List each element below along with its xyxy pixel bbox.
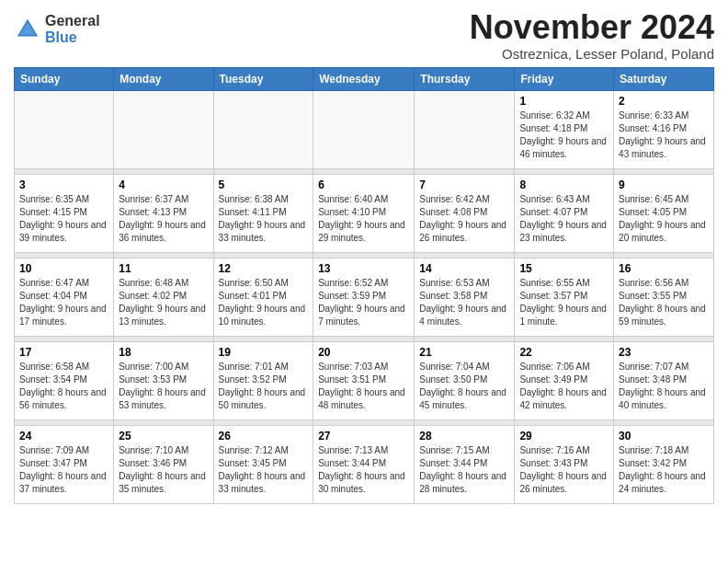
day-detail: Sunrise: 6:33 AM Sunset: 4:16 PM Dayligh…: [619, 109, 709, 161]
month-title: November 2024: [470, 9, 714, 46]
day-detail: Sunrise: 6:43 AM Sunset: 4:07 PM Dayligh…: [519, 193, 609, 245]
day-number: 23: [619, 346, 709, 359]
day-detail: Sunrise: 7:18 AM Sunset: 3:42 PM Dayligh…: [619, 444, 709, 496]
day-detail: Sunrise: 7:15 AM Sunset: 3:44 PM Dayligh…: [419, 444, 509, 496]
day-detail: Sunrise: 6:32 AM Sunset: 4:18 PM Dayligh…: [519, 109, 609, 161]
calendar-week: 24Sunrise: 7:09 AM Sunset: 3:47 PM Dayli…: [15, 425, 714, 503]
day-number: 9: [619, 178, 709, 191]
day-header: Saturday: [614, 67, 714, 90]
calendar-day: 10Sunrise: 6:47 AM Sunset: 4:04 PM Dayli…: [15, 258, 114, 336]
day-header: Tuesday: [213, 67, 313, 90]
calendar-day: 12Sunrise: 6:50 AM Sunset: 4:01 PM Dayli…: [213, 258, 313, 336]
day-number: 10: [19, 262, 108, 275]
day-detail: Sunrise: 6:58 AM Sunset: 3:54 PM Dayligh…: [19, 361, 108, 412]
day-detail: Sunrise: 6:38 AM Sunset: 4:11 PM Dayligh…: [219, 193, 309, 245]
day-detail: Sunrise: 7:03 AM Sunset: 3:51 PM Dayligh…: [318, 361, 409, 412]
calendar-day: 19Sunrise: 7:01 AM Sunset: 3:52 PM Dayli…: [213, 341, 313, 419]
day-detail: Sunrise: 7:09 AM Sunset: 3:47 PM Dayligh…: [19, 444, 108, 496]
calendar-day: 3Sunrise: 6:35 AM Sunset: 4:15 PM Daylig…: [15, 174, 114, 252]
calendar-week: 17Sunrise: 6:58 AM Sunset: 3:54 PM Dayli…: [15, 341, 714, 419]
calendar-day: 16Sunrise: 6:56 AM Sunset: 3:55 PM Dayli…: [614, 258, 714, 336]
calendar-day: 7Sunrise: 6:42 AM Sunset: 4:08 PM Daylig…: [415, 174, 515, 252]
day-number: 25: [119, 430, 208, 442]
calendar-day: 8Sunrise: 6:43 AM Sunset: 4:07 PM Daylig…: [515, 174, 614, 252]
calendar-day: 30Sunrise: 7:18 AM Sunset: 3:42 PM Dayli…: [614, 425, 714, 503]
day-detail: Sunrise: 7:01 AM Sunset: 3:52 PM Dayligh…: [219, 361, 309, 412]
title-area: November 2024 Ostreznica, Lesser Poland,…: [470, 9, 714, 62]
calendar-day: [415, 90, 515, 168]
calendar-day: 9Sunrise: 6:45 AM Sunset: 4:05 PM Daylig…: [614, 174, 714, 252]
calendar-day: 1Sunrise: 6:32 AM Sunset: 4:18 PM Daylig…: [515, 90, 614, 168]
day-header: Wednesday: [313, 67, 415, 90]
day-detail: Sunrise: 7:12 AM Sunset: 3:45 PM Dayligh…: [219, 444, 309, 496]
day-detail: Sunrise: 7:16 AM Sunset: 3:43 PM Dayligh…: [519, 444, 609, 496]
day-number: 29: [519, 430, 609, 442]
day-detail: Sunrise: 6:56 AM Sunset: 3:55 PM Dayligh…: [619, 277, 709, 328]
location-title: Ostreznica, Lesser Poland, Poland: [470, 46, 714, 62]
logo-general: General: [45, 13, 100, 29]
day-detail: Sunrise: 7:00 AM Sunset: 3:53 PM Dayligh…: [119, 361, 208, 412]
day-detail: Sunrise: 6:45 AM Sunset: 4:05 PM Dayligh…: [619, 193, 709, 245]
day-detail: Sunrise: 6:52 AM Sunset: 3:59 PM Dayligh…: [318, 277, 409, 328]
calendar-day: 18Sunrise: 7:00 AM Sunset: 3:53 PM Dayli…: [114, 341, 213, 419]
calendar-week: 3Sunrise: 6:35 AM Sunset: 4:15 PM Daylig…: [15, 174, 714, 252]
day-number: 20: [318, 346, 409, 359]
day-number: 26: [219, 430, 309, 442]
day-detail: Sunrise: 6:42 AM Sunset: 4:08 PM Dayligh…: [419, 193, 509, 245]
day-detail: Sunrise: 7:06 AM Sunset: 3:49 PM Dayligh…: [519, 361, 609, 412]
calendar-day: 25Sunrise: 7:10 AM Sunset: 3:46 PM Dayli…: [114, 425, 213, 503]
calendar-day: 15Sunrise: 6:55 AM Sunset: 3:57 PM Dayli…: [515, 258, 614, 336]
day-detail: Sunrise: 6:37 AM Sunset: 4:13 PM Dayligh…: [119, 193, 208, 245]
calendar-day: 24Sunrise: 7:09 AM Sunset: 3:47 PM Dayli…: [15, 425, 114, 503]
day-number: 5: [219, 178, 309, 191]
day-detail: Sunrise: 7:13 AM Sunset: 3:44 PM Dayligh…: [318, 444, 409, 496]
day-number: 7: [419, 178, 509, 191]
logo-text: General Blue: [45, 13, 100, 45]
day-number: 13: [318, 262, 409, 275]
day-number: 11: [119, 262, 208, 275]
day-detail: Sunrise: 7:10 AM Sunset: 3:46 PM Dayligh…: [119, 444, 208, 496]
day-detail: Sunrise: 6:48 AM Sunset: 4:02 PM Dayligh…: [119, 277, 208, 328]
day-number: 6: [318, 178, 409, 191]
calendar-day: 6Sunrise: 6:40 AM Sunset: 4:10 PM Daylig…: [313, 174, 415, 252]
day-detail: Sunrise: 7:04 AM Sunset: 3:50 PM Dayligh…: [419, 361, 509, 412]
day-number: 4: [119, 178, 208, 191]
calendar: SundayMondayTuesdayWednesdayThursdayFrid…: [14, 67, 714, 504]
calendar-day: 27Sunrise: 7:13 AM Sunset: 3:44 PM Dayli…: [313, 425, 415, 503]
day-number: 30: [619, 430, 709, 442]
calendar-day: [313, 90, 415, 168]
calendar-day: 5Sunrise: 6:38 AM Sunset: 4:11 PM Daylig…: [213, 174, 313, 252]
day-detail: Sunrise: 6:47 AM Sunset: 4:04 PM Dayligh…: [19, 277, 108, 328]
day-number: 19: [219, 346, 309, 359]
day-number: 1: [519, 95, 609, 108]
day-detail: Sunrise: 6:53 AM Sunset: 3:58 PM Dayligh…: [419, 277, 509, 328]
logo-icon: [14, 16, 41, 43]
logo: General Blue: [14, 13, 100, 45]
calendar-day: 2Sunrise: 6:33 AM Sunset: 4:16 PM Daylig…: [614, 90, 714, 168]
day-number: 21: [419, 346, 509, 359]
calendar-day: 29Sunrise: 7:16 AM Sunset: 3:43 PM Dayli…: [515, 425, 614, 503]
day-header: Friday: [515, 67, 614, 90]
calendar-day: 28Sunrise: 7:15 AM Sunset: 3:44 PM Dayli…: [415, 425, 515, 503]
calendar-day: 17Sunrise: 6:58 AM Sunset: 3:54 PM Dayli…: [15, 341, 114, 419]
calendar-day: 11Sunrise: 6:48 AM Sunset: 4:02 PM Dayli…: [114, 258, 213, 336]
calendar-day: 26Sunrise: 7:12 AM Sunset: 3:45 PM Dayli…: [213, 425, 313, 503]
calendar-day: [213, 90, 313, 168]
day-number: 3: [19, 178, 108, 191]
day-header: Thursday: [415, 67, 515, 90]
calendar-day: 22Sunrise: 7:06 AM Sunset: 3:49 PM Dayli…: [515, 341, 614, 419]
logo-blue: Blue: [45, 29, 100, 46]
day-detail: Sunrise: 6:35 AM Sunset: 4:15 PM Dayligh…: [19, 193, 108, 245]
day-number: 24: [19, 430, 108, 442]
calendar-week: 10Sunrise: 6:47 AM Sunset: 4:04 PM Dayli…: [15, 258, 714, 336]
calendar-day: 14Sunrise: 6:53 AM Sunset: 3:58 PM Dayli…: [415, 258, 515, 336]
day-detail: Sunrise: 6:55 AM Sunset: 3:57 PM Dayligh…: [519, 277, 609, 328]
day-number: 15: [519, 262, 609, 275]
day-number: 27: [318, 430, 409, 442]
day-number: 8: [519, 178, 609, 191]
calendar-day: [15, 90, 114, 168]
calendar-header: SundayMondayTuesdayWednesdayThursdayFrid…: [15, 67, 714, 90]
header: General Blue November 2024 Ostreznica, L…: [14, 9, 714, 62]
day-detail: Sunrise: 7:07 AM Sunset: 3:48 PM Dayligh…: [619, 361, 709, 412]
day-detail: Sunrise: 6:50 AM Sunset: 4:01 PM Dayligh…: [219, 277, 309, 328]
